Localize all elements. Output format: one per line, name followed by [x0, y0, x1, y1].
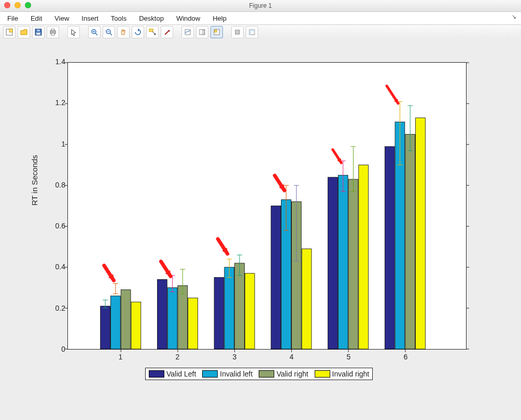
- hide-plot-tools-icon[interactable]: [231, 26, 244, 38]
- menu-desktop[interactable]: Desktop: [134, 13, 169, 23]
- y-axis-label: RT in Seconds: [30, 155, 39, 206]
- pan-icon[interactable]: [117, 26, 130, 38]
- svg-rect-15: [149, 29, 153, 32]
- show-plot-tools-icon[interactable]: [246, 26, 258, 38]
- bar: [224, 267, 234, 349]
- bar: [348, 179, 358, 349]
- x-tick-label: 4: [287, 353, 297, 361]
- x-tick-label: 2: [173, 353, 183, 361]
- svg-line-13: [110, 33, 112, 35]
- menu-insert[interactable]: Insert: [76, 13, 104, 23]
- x-tick-label: 3: [230, 353, 240, 361]
- brush-icon[interactable]: [161, 26, 173, 38]
- svg-rect-23: [215, 30, 217, 32]
- insert-legend-icon[interactable]: [196, 26, 208, 38]
- y-tick-label: 0.4: [50, 263, 65, 271]
- bar: [214, 278, 224, 349]
- svg-rect-4: [37, 30, 40, 32]
- svg-line-9: [95, 33, 97, 35]
- y-tick-label: 0: [50, 345, 65, 353]
- menu-window[interactable]: Window: [171, 13, 205, 23]
- menu-view[interactable]: View: [49, 13, 74, 23]
- open-icon[interactable]: [18, 26, 30, 38]
- insert-colorbar-icon[interactable]: [181, 26, 194, 38]
- x-tick-label: 5: [344, 353, 354, 361]
- bar: [416, 118, 426, 349]
- x-tick-label: 1: [116, 353, 126, 361]
- menu-overflow-icon[interactable]: ↘: [512, 13, 519, 21]
- titlebar: Figure 1: [0, 0, 521, 12]
- legend-item-valid-right: Valid right: [259, 370, 308, 378]
- bar: [157, 280, 167, 349]
- rotate-icon[interactable]: [132, 26, 144, 38]
- menu-edit[interactable]: Edit: [25, 13, 47, 23]
- y-tick-label: 0.6: [50, 222, 65, 230]
- svg-rect-21: [203, 30, 204, 34]
- bar: [359, 165, 369, 350]
- bar: [167, 288, 177, 350]
- menu-tools[interactable]: Tools: [106, 13, 132, 23]
- menu-file[interactable]: File: [2, 13, 23, 23]
- bar: [131, 302, 141, 349]
- bar: [245, 273, 255, 349]
- window-title: Figure 1: [0, 0, 521, 11]
- bar: [178, 286, 188, 349]
- bar: [101, 306, 110, 349]
- bar: [188, 298, 198, 349]
- svg-rect-27: [249, 30, 255, 31]
- legend-item-valid-left: Valid Left: [149, 370, 196, 378]
- y-tick-label: 0.8: [50, 181, 65, 189]
- bar: [121, 289, 131, 349]
- bar: [328, 177, 338, 349]
- x-tick-label: 6: [401, 353, 411, 361]
- legend-item-invalid-left: Invalid left: [202, 370, 252, 378]
- axes: [67, 62, 467, 350]
- new-figure-icon[interactable]: [3, 26, 16, 38]
- link-plots-icon[interactable]: [210, 26, 223, 38]
- svg-rect-7: [51, 33, 54, 35]
- menu-help[interactable]: Help: [207, 13, 232, 23]
- y-tick-label: 1: [50, 140, 65, 148]
- save-icon[interactable]: [32, 26, 45, 38]
- y-tick-label: 0.2: [50, 304, 65, 312]
- y-tick-label: 1.4: [50, 57, 65, 66]
- bar: [338, 175, 348, 349]
- toolbar: [0, 25, 521, 40]
- figure-area: RT in Seconds 00.20.40.60.811.21.4 12345…: [0, 38, 521, 420]
- y-tick-label: 1.2: [50, 98, 65, 107]
- svg-rect-24: [235, 30, 240, 34]
- zoom-in-icon[interactable]: [88, 26, 101, 38]
- menubar: File Edit View Insert Tools Desktop Wind…: [0, 12, 521, 25]
- legend: Valid Left Invalid left Valid right Inva…: [145, 368, 373, 380]
- svg-rect-3: [36, 33, 40, 35]
- bar: [235, 263, 245, 349]
- zoom-out-icon[interactable]: [103, 26, 115, 38]
- bar: [110, 296, 120, 349]
- bar: [385, 147, 395, 349]
- svg-rect-6: [51, 29, 54, 31]
- svg-rect-1: [9, 29, 12, 32]
- data-cursor-icon[interactable]: [146, 26, 159, 38]
- print-icon[interactable]: [47, 26, 59, 38]
- bar: [271, 206, 281, 350]
- bar: [405, 134, 415, 349]
- bar: [302, 249, 312, 349]
- svg-point-17: [154, 34, 156, 35]
- bar-chart: [68, 63, 466, 349]
- pointer-icon[interactable]: [67, 26, 80, 38]
- legend-item-invalid-right: Invalid right: [315, 370, 370, 378]
